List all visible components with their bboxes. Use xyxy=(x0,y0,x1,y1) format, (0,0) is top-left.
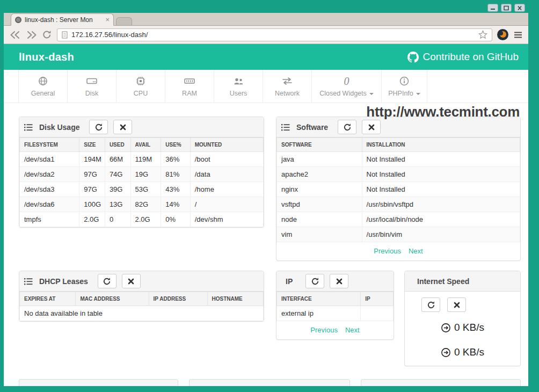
table-row: external ip xyxy=(277,306,394,321)
reload-button[interactable] xyxy=(42,30,52,39)
disk-usage-table: FILESYSTEMSIZEUSEDAVAILUSE%MOUNTED /dev/… xyxy=(19,137,264,227)
tab-close-button[interactable]: × xyxy=(105,16,110,23)
table-cell: Not Installed xyxy=(362,167,520,182)
browser-extension-icon[interactable] xyxy=(497,29,508,40)
table-cell: 2.0G xyxy=(130,212,161,227)
table-cell: /usr/sbin/vsftpd xyxy=(362,197,520,212)
forward-button[interactable] xyxy=(26,31,38,39)
table-cell: /home xyxy=(190,182,263,197)
refresh-icon xyxy=(311,277,319,286)
table-row: nginxNot Installed xyxy=(277,182,520,197)
table-cell: Not Installed xyxy=(362,182,520,197)
next-link[interactable]: Next xyxy=(345,326,360,334)
table-cell: 39G xyxy=(105,182,130,197)
back-button[interactable] xyxy=(9,31,21,39)
column-header[interactable]: SIZE xyxy=(79,138,105,152)
caret-down-icon xyxy=(416,93,420,95)
bookmark-star-icon[interactable] xyxy=(478,30,487,39)
column-header[interactable]: USED xyxy=(105,138,130,152)
previous-link[interactable]: Previous xyxy=(310,326,338,334)
table-row: /dev/sda6100G13G82G14%/ xyxy=(20,197,264,212)
table-row: vsftpd/usr/sbin/vsftpd xyxy=(277,197,520,212)
table-row: /dev/sda397G39G53G43%/home xyxy=(20,182,264,197)
refresh-icon xyxy=(343,123,352,132)
refresh-button[interactable] xyxy=(98,274,116,288)
refresh-icon xyxy=(103,277,111,286)
table-cell: vim xyxy=(277,227,362,242)
table-cell: /data xyxy=(190,167,263,182)
nav-item-cpu[interactable]: CPU xyxy=(116,70,165,103)
refresh-button[interactable] xyxy=(305,274,324,288)
widget-placeholder xyxy=(189,379,350,386)
column-header[interactable]: INTERFACE xyxy=(277,292,361,306)
table-cell: / xyxy=(190,197,263,212)
table-cell: tmpfs xyxy=(20,212,79,227)
table-cell: vsftpd xyxy=(277,197,362,212)
table-cell: /dev/sda6 xyxy=(20,197,79,212)
next-link[interactable]: Next xyxy=(409,247,423,255)
widget-header: IP xyxy=(276,271,394,292)
column-header[interactable]: SOFTWARE xyxy=(277,138,362,152)
maximize-icon xyxy=(503,5,509,11)
nav-item-users[interactable]: Users xyxy=(214,70,263,103)
table-cell: 14% xyxy=(161,197,190,212)
table-cell: 119M xyxy=(130,152,161,167)
new-tab-button[interactable] xyxy=(116,17,132,25)
site-header: lInux-dash Contribute on GitHub xyxy=(4,44,528,70)
close-button[interactable] xyxy=(514,4,525,12)
nav-label: Network xyxy=(275,90,300,97)
dhcp-leases-widget: DHCP Leases EXPIRES ATMAC ADDRESSIP ADDR… xyxy=(19,271,264,322)
browser-tab[interactable]: linux-dash : Server Mon × xyxy=(11,13,114,26)
nav-item-phpinfo[interactable]: PHPInfo xyxy=(381,70,427,103)
desktop: { "browser": { "tab_title": "linux-dash … xyxy=(0,0,539,392)
table-cell xyxy=(361,306,394,321)
column-header[interactable]: MAC ADDRESS xyxy=(76,292,149,306)
nav-item-general[interactable]: General xyxy=(18,70,67,103)
ip-table: INTERFACEIP external ip xyxy=(276,292,394,321)
column-header[interactable]: MOUNTED xyxy=(190,138,263,152)
table-cell: 19G xyxy=(130,167,161,182)
reload-icon xyxy=(42,30,52,39)
nav-item-ram[interactable]: RAM xyxy=(165,70,214,103)
column-header[interactable]: AVAIL xyxy=(130,138,161,152)
minimize-button[interactable] xyxy=(487,4,498,12)
close-widget-button[interactable] xyxy=(362,120,381,134)
nav-label: Users xyxy=(230,90,247,97)
github-link[interactable]: Contribute on GitHub xyxy=(407,51,519,63)
closed-widgets-count: 0 xyxy=(344,75,349,87)
nav-item-disk[interactable]: Disk xyxy=(67,70,116,103)
table-row: node/usr/local/bin/node xyxy=(277,212,520,227)
column-header[interactable]: USE% xyxy=(161,138,190,152)
table-cell: 97G xyxy=(79,167,105,182)
refresh-button[interactable] xyxy=(338,120,356,134)
minimize-icon xyxy=(490,5,496,11)
close-widget-button[interactable] xyxy=(330,274,348,288)
previous-link[interactable]: Previous xyxy=(374,247,401,255)
address-bar[interactable]: 172.16.27.56/linux-dash/ xyxy=(57,28,492,41)
close-widget-button[interactable] xyxy=(122,274,141,288)
widget-buttons xyxy=(405,292,520,312)
column-header[interactable]: IP ADDRESS xyxy=(149,292,207,306)
nav-item-closed-widgets[interactable]: 0 Closed Widgets xyxy=(311,70,381,103)
maximize-button[interactable] xyxy=(501,4,512,12)
table-row: /dev/sda297G74G19G81%/data xyxy=(20,167,264,182)
nav-label: RAM xyxy=(182,90,197,97)
nav-item-network[interactable]: Network xyxy=(263,70,311,103)
column-header[interactable]: EXPIRES AT xyxy=(20,292,76,306)
close-widget-button[interactable] xyxy=(447,297,466,312)
column-header[interactable]: FILESYSTEM xyxy=(20,138,79,152)
table-cell: java xyxy=(277,152,362,167)
table-cell: apache2 xyxy=(277,167,362,182)
column-header[interactable]: HOSTNAME xyxy=(207,292,263,306)
menu-button[interactable] xyxy=(513,31,523,39)
table-cell: 194M xyxy=(79,152,105,167)
url-text[interactable]: 172.16.27.56/linux-dash/ xyxy=(71,31,475,39)
table-cell: 66M xyxy=(105,152,130,167)
widget-title: Disk Usage xyxy=(39,123,79,132)
close-widget-button[interactable] xyxy=(113,120,132,134)
column-header[interactable]: IP xyxy=(361,292,394,306)
refresh-button[interactable] xyxy=(89,120,108,134)
refresh-button[interactable] xyxy=(421,297,440,312)
favicon-icon xyxy=(15,17,21,23)
column-header[interactable]: INSTALLATION xyxy=(362,138,520,152)
